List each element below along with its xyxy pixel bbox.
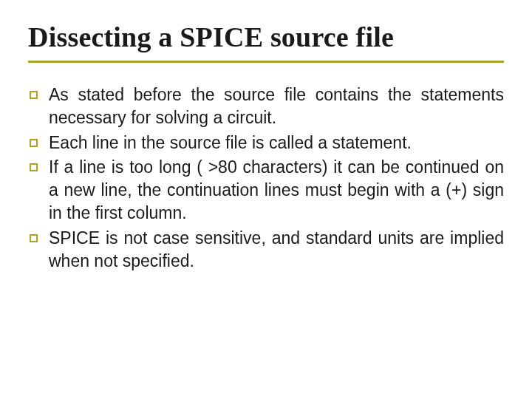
square-bullet-icon: [30, 139, 38, 147]
list-item-text: SPICE is not case sensitive, and standar…: [49, 228, 504, 270]
square-bullet-icon: [30, 234, 38, 242]
list-item-text: As stated before the source file contain…: [49, 85, 504, 127]
bullet-list: As stated before the source file contain…: [28, 83, 504, 273]
square-bullet-icon: [30, 91, 38, 99]
list-item: Each line in the source file is called a…: [28, 132, 504, 154]
list-item: SPICE is not case sensitive, and standar…: [28, 227, 504, 273]
slide-title: Dissecting a SPICE source file: [28, 21, 504, 63]
list-item-text: If a line is too long ( >80 characters) …: [49, 157, 504, 223]
list-item: If a line is too long ( >80 characters) …: [28, 156, 504, 225]
list-item-text: Each line in the source file is called a…: [49, 133, 412, 152]
list-item: As stated before the source file contain…: [28, 83, 504, 130]
square-bullet-icon: [30, 163, 38, 171]
